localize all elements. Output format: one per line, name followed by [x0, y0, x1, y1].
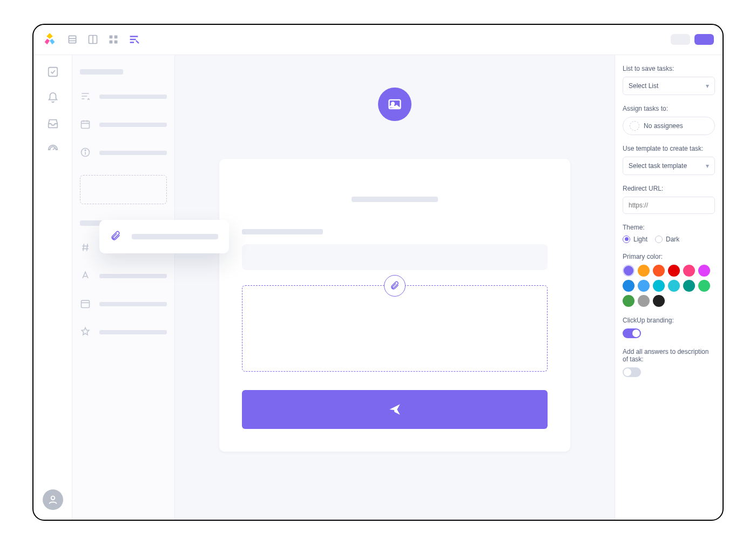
text-icon — [80, 270, 92, 282]
field-sort-item[interactable] — [80, 91, 167, 103]
assign-label: Assign tasks to: — [623, 105, 715, 112]
theme-dark-option[interactable]: Dark — [655, 236, 679, 243]
info-icon — [80, 147, 92, 159]
form-fields-panel — [72, 55, 175, 520]
field-date-2-item[interactable] — [80, 298, 167, 310]
view-list-icon[interactable] — [65, 32, 80, 47]
field-dropzone[interactable] — [80, 175, 167, 204]
color-swatch[interactable] — [638, 265, 650, 277]
field-text-item[interactable] — [80, 270, 167, 282]
form-card — [219, 159, 570, 452]
submit-button[interactable] — [242, 390, 548, 429]
field-label-placeholder[interactable] — [242, 229, 323, 234]
view-grid-icon[interactable] — [106, 32, 121, 47]
svg-rect-17 — [82, 121, 90, 128]
color-swatch[interactable] — [698, 265, 710, 277]
form-canvas — [175, 55, 615, 520]
svg-rect-12 — [48, 67, 57, 76]
form-image-placeholder[interactable] — [378, 88, 411, 121]
color-swatch[interactable] — [668, 265, 680, 277]
redirect-label: Redirect URL: — [623, 185, 715, 192]
svg-rect-7 — [110, 41, 113, 44]
form-wrapper — [219, 88, 570, 430]
list-select-value: Select List — [629, 82, 658, 90]
nav-dashboard-icon[interactable] — [47, 144, 59, 156]
app-frame: List to save tasks: Select List ▾ Assign… — [32, 24, 724, 521]
branding-label: ClickUp branding: — [623, 317, 715, 324]
topbar-action-secondary[interactable] — [671, 34, 690, 45]
svg-line-26 — [83, 244, 84, 251]
nav-tasks-icon[interactable] — [47, 66, 59, 78]
svg-point-13 — [51, 496, 55, 500]
nav-rail — [33, 55, 72, 520]
nav-notifications-icon[interactable] — [47, 92, 59, 104]
svg-rect-0 — [69, 36, 76, 43]
nav-inbox-icon[interactable] — [47, 118, 59, 130]
app-body: List to save tasks: Select List ▾ Assign… — [33, 55, 723, 520]
star-icon — [80, 326, 92, 338]
svg-rect-8 — [114, 41, 118, 44]
nav-profile-icon[interactable] — [43, 489, 63, 510]
calendar-icon — [80, 298, 92, 310]
redirect-url-input[interactable] — [623, 197, 715, 214]
radio-off-icon — [655, 236, 663, 243]
attachment-dropzone[interactable] — [242, 285, 548, 372]
assignee-select[interactable]: No assignees — [623, 117, 715, 135]
panel-section-title — [80, 69, 123, 75]
calendar-icon — [80, 119, 92, 131]
answers-label: Add all answers to description of task: — [623, 348, 715, 363]
color-swatch[interactable] — [638, 280, 650, 292]
svg-line-27 — [87, 244, 88, 251]
attachment-icon — [384, 275, 406, 297]
primary-color-label: Primary color: — [623, 253, 715, 260]
assignee-value: No assignees — [644, 122, 683, 130]
color-swatch[interactable] — [668, 280, 680, 292]
color-swatch[interactable] — [653, 280, 665, 292]
theme-light-option[interactable]: Light — [623, 236, 647, 243]
color-swatch[interactable] — [683, 280, 695, 292]
color-swatch[interactable] — [683, 265, 695, 277]
radio-on-icon — [623, 236, 630, 243]
theme-label: Theme: — [623, 224, 715, 231]
answers-toggle[interactable] — [623, 367, 641, 377]
color-swatch[interactable] — [623, 280, 634, 292]
branding-toggle[interactable] — [623, 328, 641, 338]
hash-icon — [80, 242, 92, 254]
form-title-placeholder[interactable] — [352, 197, 438, 202]
svg-rect-6 — [114, 36, 118, 39]
color-swatch[interactable] — [698, 280, 710, 292]
color-swatch[interactable] — [623, 265, 634, 277]
field-info-item[interactable] — [80, 147, 167, 159]
sort-icon — [80, 91, 92, 103]
svg-rect-5 — [110, 36, 113, 39]
color-swatch[interactable] — [623, 295, 634, 307]
dragging-field-card[interactable] — [99, 220, 229, 253]
clickup-logo-icon — [42, 32, 57, 47]
template-label: Use template to create task: — [623, 145, 715, 152]
svg-point-23 — [85, 150, 86, 151]
svg-rect-29 — [82, 300, 90, 307]
settings-panel: List to save tasks: Select List ▾ Assign… — [615, 55, 723, 520]
color-swatches — [623, 265, 715, 307]
list-select[interactable]: Select List ▾ — [623, 77, 715, 95]
view-board-icon[interactable] — [85, 32, 100, 47]
color-swatch[interactable] — [638, 295, 650, 307]
view-form-icon[interactable] — [126, 32, 141, 47]
assignee-avatar-placeholder-icon — [630, 121, 639, 131]
attachment-icon — [110, 231, 122, 243]
topbar — [33, 25, 723, 55]
template-select[interactable]: Select task template ▾ — [623, 157, 715, 175]
chevron-down-icon: ▾ — [706, 82, 709, 90]
field-input-placeholder[interactable] — [242, 244, 548, 270]
topbar-action-primary[interactable] — [694, 34, 714, 45]
list-label: List to save tasks: — [623, 65, 715, 72]
chevron-down-icon: ▾ — [706, 162, 709, 170]
field-rating-item[interactable] — [80, 326, 167, 338]
color-swatch[interactable] — [653, 295, 665, 307]
field-date-item[interactable] — [80, 119, 167, 131]
template-select-value: Select task template — [629, 162, 687, 170]
color-swatch[interactable] — [653, 265, 665, 277]
